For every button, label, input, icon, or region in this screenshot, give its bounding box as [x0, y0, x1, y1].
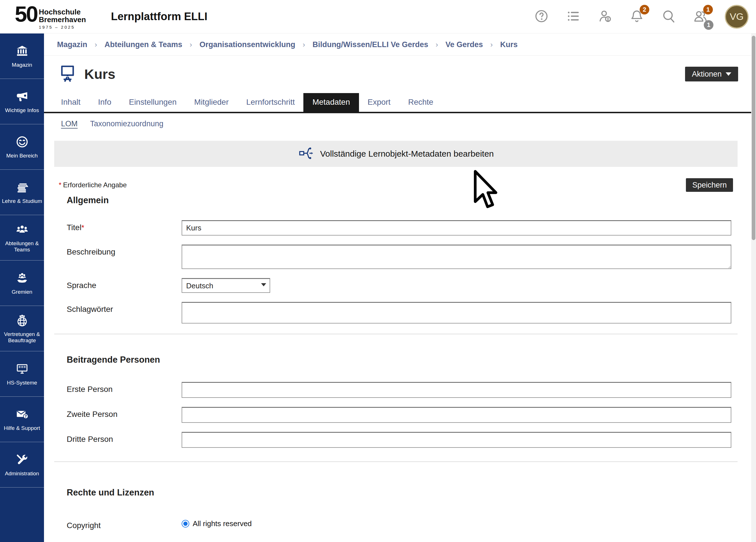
- copyright-radio-selected[interactable]: [182, 520, 189, 528]
- dritte-person-input[interactable]: [182, 432, 731, 448]
- mail-help-icon: ?: [15, 407, 29, 425]
- sprache-select[interactable]: Deutsch: [182, 278, 270, 293]
- section-divider: [54, 461, 738, 462]
- sidebar-item-abteilungen-teams[interactable]: Abteilungen & Teams: [0, 215, 44, 261]
- sidebar-item-magazin[interactable]: Magazin: [0, 33, 44, 79]
- avatar[interactable]: VG: [725, 5, 749, 29]
- titel-input[interactable]: [182, 220, 731, 236]
- svg-text:?: ?: [24, 414, 27, 418]
- sidebar-item-hilfe-support[interactable]: ? Hilfe & Support: [0, 397, 44, 442]
- metadata-form: Allgemein Titel* Beschreibung Sprache De…: [44, 195, 751, 530]
- search-icon: [661, 9, 676, 25]
- university-logo[interactable]: 50 Hochschule Bremerhaven 1975 – 2025: [15, 4, 86, 30]
- top-header: 50 Hochschule Bremerhaven 1975 – 2025 Le…: [0, 0, 756, 33]
- tab-mitglieder[interactable]: Mitglieder: [194, 93, 228, 112]
- who-is-online-button[interactable]: [598, 9, 612, 24]
- required-note: *Erforderliche Angabe: [59, 181, 127, 189]
- notifications-button[interactable]: 2: [629, 9, 644, 24]
- tools-icon: [15, 453, 29, 470]
- section-title-allgemein: Allgemein: [67, 195, 731, 205]
- breadcrumb-item[interactable]: Bildung/Wissen/ELLI Ve Gerdes: [312, 40, 428, 49]
- tab-einstellungen[interactable]: Einstellungen: [129, 93, 177, 112]
- metadata-tree-icon: [298, 145, 314, 163]
- section-divider: [54, 334, 738, 334]
- vertical-scrollbar[interactable]: [751, 33, 756, 542]
- breadcrumb-separator: ›: [490, 40, 493, 49]
- erste-person-input[interactable]: [182, 382, 731, 398]
- beschreibung-label: Beschreibung: [67, 245, 182, 269]
- sidebar-item-wichtige-infos[interactable]: Wichtige Infos: [0, 79, 44, 124]
- contacts-badge-new: 1: [703, 5, 713, 14]
- tab-export[interactable]: Export: [367, 93, 390, 112]
- page-title: Kurs: [84, 66, 115, 82]
- globe-people-icon: [15, 314, 29, 331]
- svg-text:***: ***: [18, 365, 26, 371]
- notifications-badge: 2: [640, 5, 649, 14]
- tab-rechte[interactable]: Rechte: [408, 93, 433, 112]
- todo-list-button[interactable]: [566, 9, 581, 24]
- tab-bar: Inhalt Info Einstellungen Mitglieder Ler…: [44, 93, 751, 113]
- titel-label: Titel*: [67, 220, 182, 236]
- bank-icon: [15, 44, 29, 62]
- logo-line1: Hochschule: [39, 8, 86, 16]
- sidebar-item-hs-systeme[interactable]: *** HS-Systeme: [0, 351, 44, 397]
- subtab-taxonomiezuordnung[interactable]: Taxonomiezuordnung: [90, 119, 163, 128]
- subtab-lom[interactable]: LOM: [61, 119, 78, 128]
- sidebar-filler: [0, 488, 44, 542]
- breadcrumb-separator: ›: [436, 40, 438, 49]
- breadcrumb-item[interactable]: Ve Gerdes: [446, 40, 483, 49]
- schlagwoerter-label: Schlagwörter: [67, 302, 182, 323]
- breadcrumb-item[interactable]: Abteilungen & Teams: [104, 40, 182, 49]
- megaphone-icon: [15, 90, 29, 107]
- tab-inhalt[interactable]: Inhalt: [61, 93, 81, 112]
- sidebar-item-gremien[interactable]: Gremien: [0, 261, 44, 306]
- copyright-radio-label: All rights reserved: [193, 519, 252, 528]
- monitor-icon: ***: [15, 362, 29, 380]
- section-title-beitragende: Beitragende Personen: [67, 355, 731, 365]
- actions-button[interactable]: Aktionen: [685, 67, 738, 81]
- bullet-list-icon: [566, 9, 581, 25]
- sidebar-item-lehre-studium[interactable]: Lehre & Studium: [0, 170, 44, 215]
- sidebar-item-vertretungen[interactable]: Vertretungen & Beauftragte: [0, 306, 44, 351]
- breadcrumb-separator: ›: [190, 40, 192, 49]
- sidebar-item-administration[interactable]: Administration: [0, 442, 44, 488]
- app-title: Lernplattform ELLI: [111, 10, 207, 23]
- breadcrumb-separator: ›: [95, 40, 97, 49]
- committee-icon: [15, 271, 29, 289]
- beschreibung-textarea[interactable]: [182, 245, 731, 269]
- tab-info[interactable]: Info: [98, 93, 112, 112]
- zweite-person-input[interactable]: [182, 407, 731, 423]
- logo-years: 1975 – 2025: [39, 25, 86, 30]
- main-content: Magazin › Abteilungen & Teams › Organisa…: [44, 33, 751, 539]
- required-asterisk: *: [81, 223, 84, 232]
- contacts-button[interactable]: 1 1: [693, 9, 708, 24]
- edit-full-metadata-banner[interactable]: Vollständige Lernobjekt-Metadaten bearbe…: [54, 141, 738, 167]
- contacts-badge-total: 1: [704, 20, 713, 30]
- erste-person-label: Erste Person: [67, 382, 182, 398]
- search-button[interactable]: [661, 9, 676, 24]
- scrollbar-thumb[interactable]: [752, 36, 755, 240]
- breadcrumb-item[interactable]: Magazin: [57, 40, 87, 49]
- team-icon: [15, 223, 29, 240]
- course-easel-icon: [58, 64, 77, 85]
- schlagwoerter-input[interactable]: [182, 302, 731, 323]
- books-icon: [15, 180, 29, 198]
- chevron-down-icon: [726, 72, 731, 76]
- breadcrumb: Magazin › Abteilungen & Teams › Organisa…: [44, 33, 751, 56]
- main-sidebar: Magazin Wichtige Infos Mein Bereich Lehr…: [0, 33, 44, 542]
- tab-lernfortschritt[interactable]: Lernfortschritt: [246, 93, 295, 112]
- required-asterisk: *: [59, 181, 61, 189]
- help-button[interactable]: [534, 9, 549, 24]
- breadcrumb-item-current[interactable]: Kurs: [500, 40, 518, 49]
- save-button[interactable]: Speichern: [686, 178, 733, 192]
- tab-metadaten[interactable]: Metadaten: [303, 93, 359, 112]
- sprache-label: Sprache: [67, 278, 182, 293]
- subtab-bar: LOM Taxonomiezuordnung: [44, 119, 751, 128]
- banner-label: Vollständige Lernobjekt-Metadaten bearbe…: [320, 149, 494, 159]
- user-status-icon: [598, 9, 612, 25]
- sidebar-item-mein-bereich[interactable]: Mein Bereich: [0, 124, 44, 170]
- breadcrumb-item[interactable]: Organisationsentwicklung: [199, 40, 295, 49]
- logo-line2: Bremerhaven: [39, 16, 86, 24]
- section-title-rechte: Rechte und Lizenzen: [67, 488, 731, 498]
- copyright-label: Copyright: [67, 518, 182, 530]
